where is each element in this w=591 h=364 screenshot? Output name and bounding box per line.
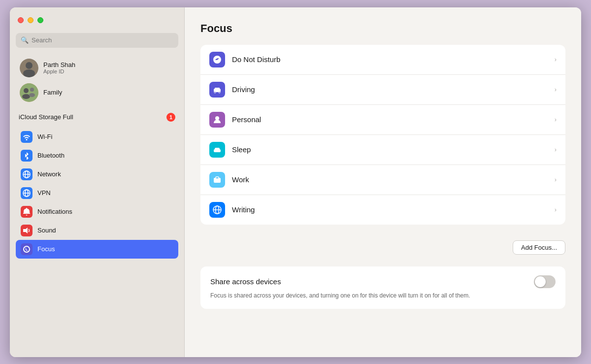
icloud-storage-item[interactable]: iCloud Storage Full 1: [10, 109, 184, 126]
share-toggle[interactable]: [534, 275, 556, 288]
focus-list: Do Not Disturb › Driving ›: [200, 45, 565, 225]
svg-point-5: [22, 94, 30, 99]
toggle-knob: [535, 276, 546, 287]
svg-point-26: [216, 179, 218, 181]
vpn-icon: [21, 187, 33, 199]
focus-label: Focus: [37, 245, 55, 253]
sidebar-item-focus[interactable]: Focus: [16, 240, 178, 259]
icloud-badge: 1: [166, 113, 175, 122]
notifications-icon: [21, 206, 33, 218]
page-title: Focus: [200, 22, 565, 35]
network-icon: [21, 168, 33, 180]
svg-rect-22: [215, 150, 216, 152]
svg-point-19: [215, 116, 219, 120]
work-label: Work: [232, 175, 548, 184]
family-avatar: [20, 83, 38, 102]
family-info: Family: [43, 89, 62, 96]
search-bar[interactable]: 🔍: [16, 33, 178, 48]
user-subtitle: Apple ID: [43, 68, 75, 74]
focus-item-sleep[interactable]: Sleep ›: [200, 135, 565, 165]
svg-point-17: [214, 92, 216, 93]
share-title: Share across devices: [210, 277, 281, 286]
notifications-label: Notifications: [37, 208, 72, 215]
focus-icon: [21, 243, 33, 255]
wifi-icon: [21, 131, 33, 143]
main-window: 🔍 Parth Shah Apple ID: [10, 7, 581, 357]
avatar: [20, 59, 38, 77]
vpn-label: VPN: [37, 189, 51, 197]
user-info: Parth Shah Apple ID: [43, 61, 75, 74]
svg-point-3: [20, 83, 38, 102]
sleep-label: Sleep: [232, 145, 548, 154]
search-input[interactable]: [32, 36, 173, 44]
driving-icon: [209, 82, 225, 98]
svg-rect-16: [215, 88, 220, 90]
svg-point-6: [30, 88, 34, 92]
close-button[interactable]: [18, 17, 24, 23]
main-content: Focus Do Not Disturb ›: [185, 7, 581, 357]
icloud-storage-label: iCloud Storage Full: [19, 113, 73, 121]
svg-marker-14: [23, 228, 28, 233]
sidebar-item-vpn[interactable]: VPN: [16, 184, 178, 202]
svg-point-2: [23, 69, 35, 77]
user-section: Parth Shah Apple ID Family: [10, 54, 184, 109]
focus-item-personal[interactable]: Personal ›: [200, 105, 565, 135]
user-profile-item[interactable]: Parth Shah Apple ID: [16, 56, 178, 80]
svg-point-1: [26, 62, 33, 69]
titlebar: [10, 7, 184, 33]
family-label: Family: [43, 89, 62, 96]
personal-label: Personal: [232, 115, 548, 124]
chevron-icon-sleep: ›: [555, 146, 557, 153]
maximize-button[interactable]: [37, 17, 43, 23]
sidebar-nav: Wi-Fi Bluetooth: [10, 126, 184, 261]
sleep-icon: [209, 142, 225, 158]
sound-label: Sound: [37, 227, 56, 234]
chevron-icon-writing: ›: [555, 206, 557, 213]
svg-rect-27: [215, 180, 216, 181]
chevron-icon-driving: ›: [555, 86, 557, 93]
focus-item-driving[interactable]: Driving ›: [200, 75, 565, 105]
share-description: Focus is shared across your devices, and…: [210, 291, 556, 300]
sidebar-item-network[interactable]: Network: [16, 165, 178, 184]
chevron-icon: ›: [555, 56, 557, 63]
svg-rect-23: [218, 150, 219, 152]
family-item[interactable]: Family: [16, 80, 178, 105]
sidebar-item-wifi[interactable]: Wi-Fi: [16, 128, 178, 146]
sidebar-item-notifications[interactable]: Notifications: [16, 202, 178, 221]
sidebar: 🔍 Parth Shah Apple ID: [10, 7, 185, 357]
chevron-icon-work: ›: [555, 176, 557, 183]
wifi-label: Wi-Fi: [37, 133, 52, 140]
svg-point-4: [24, 88, 29, 93]
writing-label: Writing: [232, 205, 548, 214]
add-focus-row: Add Focus...: [200, 236, 565, 257]
add-focus-button[interactable]: Add Focus...: [513, 240, 565, 255]
bluetooth-icon: [21, 150, 33, 162]
search-icon: 🔍: [21, 36, 29, 44]
sidebar-item-sound[interactable]: Sound: [16, 221, 178, 240]
svg-point-18: [219, 92, 220, 93]
user-name: Parth Shah: [43, 61, 75, 68]
do-not-disturb-icon: [209, 52, 225, 67]
network-label: Network: [37, 170, 61, 178]
chevron-icon-personal: ›: [555, 116, 557, 123]
svg-rect-25: [216, 177, 219, 179]
work-icon: [209, 172, 225, 188]
share-header: Share across devices: [210, 275, 556, 288]
focus-item-writing[interactable]: Writing ›: [200, 195, 565, 225]
sound-icon: [21, 225, 33, 236]
writing-icon: [209, 202, 225, 218]
personal-icon: [209, 112, 225, 128]
minimize-button[interactable]: [28, 17, 33, 23]
do-not-disturb-label: Do Not Disturb: [232, 55, 548, 64]
focus-item-do-not-disturb[interactable]: Do Not Disturb ›: [200, 45, 565, 75]
focus-item-work[interactable]: Work ›: [200, 165, 565, 195]
driving-label: Driving: [232, 85, 548, 94]
bluetooth-label: Bluetooth: [37, 152, 65, 159]
share-section: Share across devices Focus is shared acr…: [200, 266, 565, 309]
svg-point-7: [29, 93, 35, 97]
svg-rect-21: [215, 148, 220, 150]
sidebar-item-bluetooth[interactable]: Bluetooth: [16, 146, 178, 165]
